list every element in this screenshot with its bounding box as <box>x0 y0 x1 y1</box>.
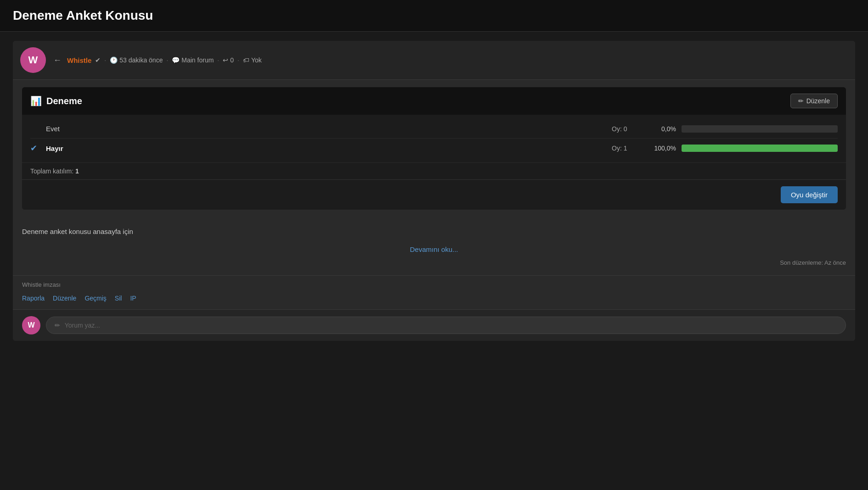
last-edit: Son düzenleme: Az önce <box>22 256 846 268</box>
page-header: Deneme Anket Konusu <box>0 0 868 32</box>
post-signature: Whistle imzası <box>13 275 855 290</box>
post-actions: Raporla Düzenle Geçmiş Sil IP <box>13 290 855 309</box>
tags-meta: 🏷 Yok <box>243 56 262 64</box>
option-votes-evet: Oy: 0 <box>612 125 639 133</box>
poll-options: ○ Evet Oy: 0 0,0% ✔ Hayır Oy: 1 100,0% <box>22 115 846 162</box>
action-sil[interactable]: Sil <box>115 295 122 302</box>
comment-placeholder: Yorum yaz... <box>65 322 100 329</box>
change-vote-button[interactable]: Oyu değiştir <box>781 186 838 203</box>
replies-meta: ↩ 0 <box>223 56 234 64</box>
read-more-link[interactable]: Devamını oku... <box>410 245 458 253</box>
poll-option-evet: ○ Evet Oy: 0 0,0% <box>30 119 838 139</box>
comment-box: W ✏ Yorum yaz... <box>13 309 855 341</box>
comment-input[interactable]: ✏ Yorum yaz... <box>46 317 846 334</box>
progress-fill-hayir <box>682 145 838 152</box>
action-duzenle[interactable]: Düzenle <box>53 295 76 302</box>
change-vote-row: Oyu değiştir <box>22 179 846 210</box>
verified-icon: ✔ <box>95 56 101 64</box>
chat-icon: 💬 <box>172 56 180 64</box>
poll-title: Deneme <box>46 96 82 106</box>
avatar: W <box>20 47 46 73</box>
post-container: W ← Whistle ✔ · 🕐 53 dakika önce · 💬 Mai… <box>13 41 855 341</box>
option-label-hayir: Hayır <box>46 145 606 152</box>
option-percent-hayir: 100,0% <box>648 145 676 152</box>
back-arrow-icon[interactable]: ← <box>53 56 62 65</box>
post-meta: W ← Whistle ✔ · 🕐 53 dakika önce · 💬 Mai… <box>13 41 855 80</box>
comment-avatar: W <box>22 316 40 334</box>
action-raporla[interactable]: Raporla <box>22 295 45 302</box>
option-check-hayir: ✔ <box>30 143 40 153</box>
forum-meta: 💬 Main forum <box>172 56 214 64</box>
post-text: Deneme anket konusu anasayfa için <box>22 219 846 241</box>
edit-icon: ✏ <box>798 97 804 105</box>
reply-icon: ↩ <box>223 56 228 64</box>
clock-icon: 🕐 <box>110 56 118 64</box>
poll-option-hayir: ✔ Hayır Oy: 1 100,0% <box>30 139 838 158</box>
read-more[interactable]: Devamını oku... <box>22 241 846 256</box>
meta-info: Whistle ✔ · 🕐 53 dakika önce · 💬 Main fo… <box>67 56 262 64</box>
page-title: Deneme Anket Konusu <box>13 8 855 23</box>
poll-footer: Toplam katılım: 1 <box>22 162 846 179</box>
option-percent-evet: 0,0% <box>648 125 676 133</box>
poll-header: 📊 Deneme ✏ Düzenle <box>22 87 846 115</box>
poll-title-row: 📊 Deneme <box>30 95 82 106</box>
progress-bar-evet <box>682 125 838 133</box>
action-ip[interactable]: IP <box>130 295 136 302</box>
option-label-evet: Evet <box>46 125 606 133</box>
poll-icon: 📊 <box>30 95 42 106</box>
tag-icon: 🏷 <box>243 56 249 64</box>
option-check-evet: ○ <box>30 124 40 134</box>
content-area: W ← Whistle ✔ · 🕐 53 dakika önce · 💬 Mai… <box>0 32 868 350</box>
pencil-icon: ✏ <box>55 322 60 329</box>
option-votes-hayir: Oy: 1 <box>612 145 639 152</box>
action-gecmis[interactable]: Geçmiş <box>85 295 106 302</box>
time-meta: 🕐 53 dakika önce <box>110 56 163 64</box>
edit-poll-button[interactable]: ✏ Düzenle <box>790 94 838 108</box>
author-username[interactable]: Whistle <box>67 56 91 64</box>
post-body: 📊 Deneme ✏ Düzenle ○ Evet Oy: 0 0,0% <box>13 80 855 275</box>
poll-box: 📊 Deneme ✏ Düzenle ○ Evet Oy: 0 0,0% <box>22 87 846 210</box>
progress-bar-hayir <box>682 145 838 152</box>
